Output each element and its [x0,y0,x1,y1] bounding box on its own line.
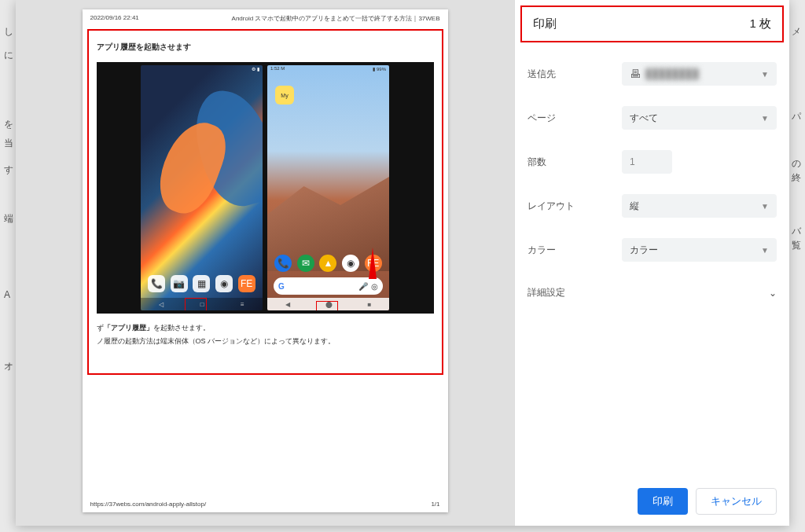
print-preview-pane[interactable]: 2022/09/16 22:41 Android スマホで起動中のアプリをまとめ… [16,0,514,526]
preview-page-footer: https://37webs.com/android-apply-allstop… [90,501,440,508]
layout-select[interactable]: 縦 ▼ [622,194,777,218]
bg-text: メ [792,25,801,39]
bg-text: の [792,157,801,171]
layout-label: レイアウト [527,200,622,213]
swipe-up-arrow [369,248,377,279]
pages-value: すべて [630,112,658,125]
copies-label: 部数 [527,156,622,169]
print-header-title: 印刷 [533,17,557,31]
phone-right: 1:52 M▮ 99% My 📞 ✉ ▲ ◉ FE G 🎤 [267,65,389,310]
print-button[interactable]: 印刷 [638,488,688,515]
bg-text: に [4,49,13,62]
chevron-down-icon: ▼ [761,246,769,255]
layout-value: 縦 [630,200,639,213]
chevron-down-icon: ⌄ [769,288,777,299]
chevron-down-icon: ▼ [761,202,769,211]
bg-text: し [4,25,13,39]
dialog-footer: 印刷 キャンセル [515,477,789,526]
chrome-icon: ◉ [342,255,359,272]
bg-text: オ [4,360,13,373]
lens-icon: ◎ [371,282,378,291]
preview-body-text: ず「アプリ履歴」を起動させます。 ノ履歴の起動方法は端末個体（OS バージョンな… [97,321,434,348]
mic-icon: 🎤 [358,282,368,291]
color-row: カラー カラー ▼ [527,228,777,272]
bg-text: A [4,289,10,300]
chevron-down-icon: ▼ [761,114,769,123]
preview-heading: アプリ履歴を起動させます [97,42,434,53]
destination-select[interactable]: 🖶 ████████ ▼ [622,62,777,86]
advanced-label: 詳細設定 [527,286,565,299]
destination-row: 送信先 🖶 ████████ ▼ [527,52,777,96]
camera-icon: 📷 [171,275,188,292]
pages-row: ページ すべて ▼ [527,96,777,140]
bg-text: 当 [4,137,13,150]
app-icon: My [275,86,294,105]
apps-icon: ▦ [193,275,210,292]
bg-text: バ [792,225,801,238]
copies-input[interactable] [622,150,672,174]
chevron-down-icon: ▼ [761,70,769,79]
preview-page-header: 2022/09/16 22:41 Android スマホで起動中のアプリをまとめ… [83,9,448,28]
google-searchbar: G 🎤 ◎ [274,277,383,295]
preview-page-number: 1/1 [431,501,439,508]
pages-label: ページ [527,112,622,125]
preview-url: https://37webs.com/android-apply-allstop… [90,501,207,508]
phone-icon: 📞 [274,255,292,272]
message-icon: ✉ [297,255,314,272]
cancel-button[interactable]: キャンセル [696,488,777,515]
gallery-icon: ▲ [319,255,336,272]
bg-text: を [4,118,13,131]
print-sheet-count: 1 枚 [749,17,771,31]
dialer-icon: 📞 [148,275,165,292]
destination-value: ████████ [645,68,761,79]
screenshot-pair: ⚙ ▮ 📞 📷 ▦ ◉ FE ◁□≡ 1:52 M▮ 99% [97,62,434,314]
layout-row: レイアウト 縦 ▼ [527,184,777,228]
bg-text: す [4,163,13,177]
bg-text: 端 [4,212,13,226]
files-icon: FE [238,275,255,292]
phone-left: ⚙ ▮ 📞 📷 ▦ ◉ FE ◁□≡ [141,65,263,310]
color-select[interactable]: カラー ▼ [622,238,777,262]
preview-page: 2022/09/16 22:41 Android スマホで起動中のアプリをまとめ… [83,9,448,512]
color-label: カラー [527,244,622,257]
destination-label: 送信先 [527,68,622,81]
copies-row: 部数 [527,140,777,184]
bg-text: パ [792,110,801,123]
preview-timestamp: 2022/09/16 22:41 [90,14,139,23]
chrome-icon: ◉ [215,275,233,292]
preview-title: Android スマホで起動中のアプリをまとめて一括で終了する方法｜37WEB [232,14,440,23]
bg-text: 覧 [792,239,801,252]
print-dialog: 2022/09/16 22:41 Android スマホで起動中のアプリをまとめ… [16,0,789,526]
advanced-settings-toggle[interactable]: 詳細設定 ⌄ [527,272,777,314]
pages-select[interactable]: すべて ▼ [622,106,777,130]
print-settings-panel: 印刷 1 枚 送信先 🖶 ████████ ▼ ページ すべて ▼ 部 [514,0,789,526]
printer-icon: 🖶 [630,68,641,80]
color-value: カラー [630,244,658,257]
print-header: 印刷 1 枚 [520,6,784,42]
bg-text: 終 [792,171,801,185]
